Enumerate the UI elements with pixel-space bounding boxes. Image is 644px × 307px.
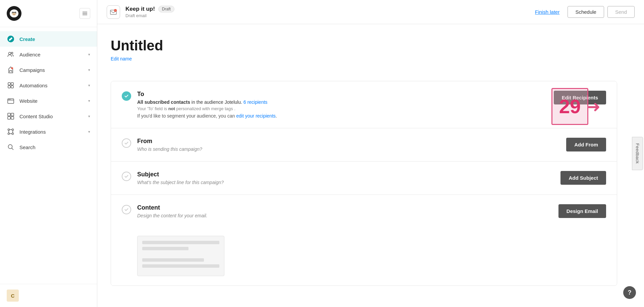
section-subject-check [122, 172, 131, 181]
section-from-desc: Who is sending this campaign? [137, 146, 560, 152]
campaign-title-main: Keep it up! Draft [125, 6, 174, 12]
sidebar-item-search-label: Search [19, 144, 90, 150]
svg-point-28 [8, 133, 10, 135]
section-subject-title: Subject [137, 171, 554, 178]
svg-rect-22 [8, 113, 10, 116]
section-content-check [122, 205, 131, 214]
svg-point-4 [12, 12, 14, 13]
svg-point-27 [12, 129, 14, 131]
svg-rect-10 [83, 15, 87, 15]
section-to-action: Edit Recipients [554, 91, 606, 104]
svg-point-26 [8, 129, 10, 131]
svg-point-21 [10, 99, 10, 100]
svg-rect-17 [8, 86, 10, 88]
sidebar-item-website[interactable]: Website ▾ [0, 93, 97, 108]
section-to-check [122, 91, 131, 101]
section-to-recipients-link[interactable]: 6 recipients [244, 99, 268, 105]
content-studio-icon [7, 112, 15, 120]
section-to-audience-text: in the audience Jotelulu. [192, 99, 244, 105]
section-content-action: Design Email [558, 204, 606, 218]
sidebar-header [0, 0, 97, 27]
preview-bar-1 [142, 241, 219, 244]
edit-recipients-link[interactable]: edit your recipients [236, 113, 276, 119]
section-to-not-bold: not [168, 106, 175, 111]
sidebar-item-content-studio[interactable]: Content Studio ▾ [0, 108, 97, 124]
section-content-body: Content Design the content for your emai… [137, 204, 552, 218]
top-bar-actions: Finish later Schedule Send [530, 6, 635, 18]
svg-rect-23 [11, 113, 14, 116]
page-body: Untitled Edit name 29 ➜ To [97, 24, 644, 307]
user-avatar[interactable]: C [7, 290, 19, 302]
design-email-button[interactable]: Design Email [558, 204, 606, 218]
preview-bar-4 [142, 264, 219, 268]
svg-point-20 [9, 99, 9, 100]
svg-point-5 [14, 12, 16, 13]
sidebar-item-create[interactable]: Create [0, 31, 97, 47]
section-to-segment: If you'd like to segment your audience, … [137, 113, 548, 119]
section-content-desc: Design the content for your email. [137, 213, 552, 218]
page-title: Untitled [111, 38, 617, 54]
automations-icon [7, 81, 15, 89]
edit-recipients-button[interactable]: Edit Recipients [554, 91, 606, 104]
sidebar-item-automations-label: Automations [19, 83, 84, 88]
sidebar-nav: Create Audience ▾ [0, 27, 97, 284]
sidebar: Create Audience ▾ [0, 0, 97, 307]
edit-name-link[interactable]: Edit name [111, 56, 132, 61]
sidebar-item-automations[interactable]: Automations ▾ [0, 78, 97, 93]
top-bar: Keep it up! Draft Draft email Finish lat… [97, 0, 644, 24]
sidebar-item-campaigns[interactable]: Campaigns ▾ [0, 62, 97, 78]
sidebar-item-audience[interactable]: Audience ▾ [0, 47, 97, 62]
svg-rect-18 [11, 86, 13, 88]
sidebar-item-integrations[interactable]: Integrations ▾ [0, 124, 97, 139]
svg-rect-9 [83, 13, 87, 14]
sidebar-item-website-label: Website [19, 98, 84, 104]
automations-chevron-icon: ▾ [88, 83, 90, 88]
campaigns-icon [7, 66, 15, 74]
campaign-title-block: Keep it up! Draft Draft email [125, 6, 174, 18]
campaigns-chevron-icon: ▾ [88, 68, 90, 72]
website-chevron-icon: ▾ [88, 99, 90, 103]
send-button[interactable]: Send [607, 6, 635, 18]
section-from-action: Add From [566, 138, 606, 151]
section-to-title: To [137, 91, 548, 98]
feedback-tab[interactable]: Feedback [632, 137, 643, 170]
help-button[interactable]: ? [623, 286, 636, 299]
schedule-button[interactable]: Schedule [568, 6, 604, 18]
draft-badge: Draft [158, 6, 174, 12]
sidebar-item-content-studio-label: Content Studio [19, 114, 84, 119]
sidebar-item-create-label: Create [19, 36, 90, 42]
search-icon [7, 143, 15, 151]
section-to-body: To All subscribed contacts in the audien… [137, 91, 548, 119]
section-subject-desc: What's the subject line for this campaig… [137, 180, 554, 185]
create-icon [7, 35, 15, 43]
sidebar-item-campaigns-label: Campaigns [19, 67, 84, 73]
campaign-name: Keep it up! [125, 6, 155, 12]
section-from-title: From [137, 138, 560, 145]
svg-point-13 [11, 52, 13, 54]
svg-point-7 [15, 12, 15, 12]
section-from-check [122, 138, 131, 148]
app-logo [7, 6, 21, 21]
sidebar-item-integrations-label: Integrations [19, 129, 84, 135]
svg-rect-15 [8, 83, 10, 85]
finish-later-button[interactable]: Finish later [530, 6, 564, 17]
sidebar-footer: C [0, 284, 97, 307]
integrations-chevron-icon: ▾ [88, 130, 90, 134]
section-to: To All subscribed contacts in the audien… [111, 81, 617, 128]
svg-point-29 [12, 133, 14, 135]
svg-rect-25 [11, 117, 14, 119]
add-subject-button[interactable]: Add Subject [560, 171, 606, 185]
preview-bar-2 [142, 247, 189, 250]
svg-point-6 [13, 12, 13, 12]
section-subject-body: Subject What's the subject line for this… [137, 171, 554, 185]
sidebar-item-search[interactable]: Search [0, 139, 97, 155]
sidebar-toggle-button[interactable] [79, 8, 90, 19]
section-subject: Subject What's the subject line for this… [111, 162, 617, 195]
section-content: Content Design the content for your emai… [111, 195, 617, 286]
add-from-button[interactable]: Add From [566, 138, 606, 151]
website-icon [7, 97, 15, 105]
campaign-sections: To All subscribed contacts in the audien… [111, 81, 617, 286]
section-to-audience-bold: All subscribed contacts [137, 99, 190, 105]
integrations-icon [7, 128, 15, 136]
preview-bar-3 [142, 258, 204, 262]
